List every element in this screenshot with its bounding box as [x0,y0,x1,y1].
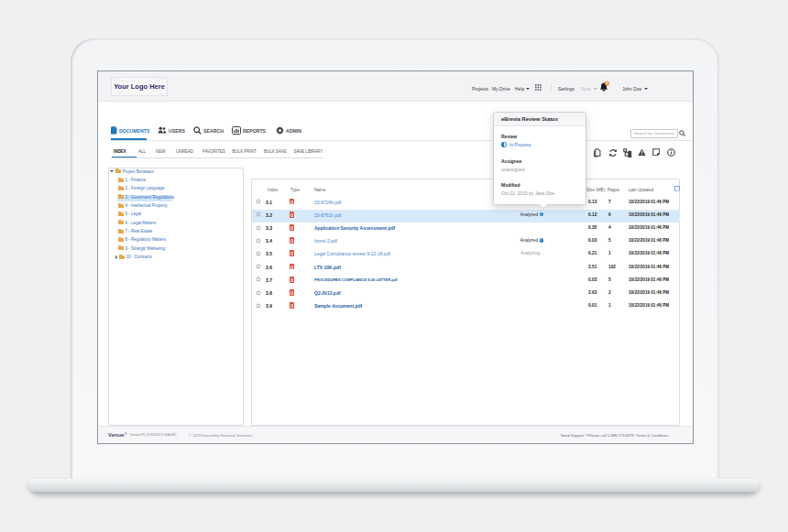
svg-text:2: 2 [607,81,608,85]
